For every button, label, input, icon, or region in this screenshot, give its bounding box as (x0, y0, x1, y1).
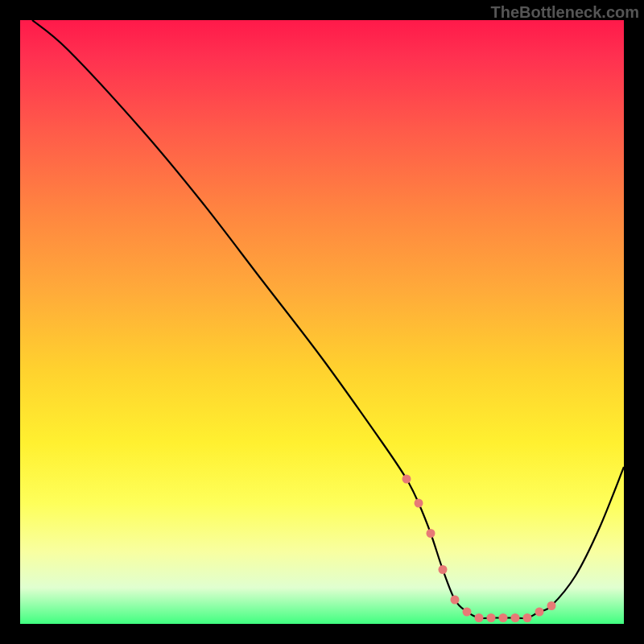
marker-dot (487, 613, 496, 622)
marker-dots (402, 475, 556, 623)
marker-dot (427, 529, 436, 538)
marker-dot (451, 596, 460, 605)
marker-dot (547, 601, 556, 610)
chart-svg (20, 20, 624, 624)
plot-area (20, 20, 624, 624)
marker-dot (463, 608, 472, 617)
marker-dot (535, 608, 544, 617)
marker-dot (439, 565, 448, 574)
marker-dot (402, 475, 411, 484)
marker-dot (415, 499, 423, 508)
watermark-text: TheBottleneck.com (491, 3, 639, 22)
bottleneck-curve (32, 20, 624, 618)
marker-dot (523, 613, 532, 622)
marker-dot (475, 613, 484, 622)
marker-dot (511, 613, 520, 622)
marker-dot (499, 613, 508, 622)
